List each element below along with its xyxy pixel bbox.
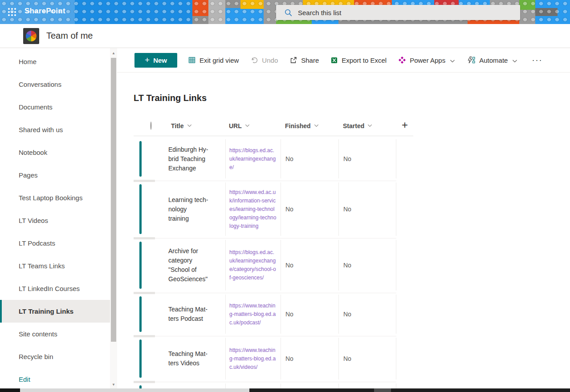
lego-brick [225,8,240,24]
row-select-cell[interactable] [134,182,168,236]
horizontal-scrollbar-thumb[interactable] [20,388,249,392]
started-cell[interactable]: No [338,338,396,380]
row-separator [134,178,396,182]
column-header-started[interactable]: Started [338,122,396,129]
sidebar-item-documents[interactable]: Documents [0,96,110,118]
finished-cell[interactable]: No [281,182,338,236]
sidebar-item-site-contents[interactable]: Site contents [0,323,110,345]
scroll-down-arrow-icon[interactable]: ▼ [110,381,117,388]
search-icon [284,8,293,17]
started-cell[interactable]: No [338,295,396,334]
url-cell[interactable]: https://blogs.ed.ac.uk/learningexchange/ [225,139,281,178]
power-apps-icon [398,56,406,64]
sidebar-item-shared-with-us[interactable]: Shared with us [0,118,110,141]
undo-button[interactable]: Undo [250,56,278,64]
automate-button[interactable]: Automate [467,56,517,64]
column-header-title[interactable]: Title [168,122,225,129]
row-select-cell[interactable] [134,139,168,178]
lego-brick [468,20,520,24]
url-cell[interactable]: https://www.teaching-matters-blog.ed.ac.… [225,295,281,334]
lego-brick [276,20,312,24]
lego-brick [192,0,208,16]
excel-icon [330,57,338,64]
started-cell[interactable]: No [338,182,396,236]
table-row[interactable]: Archive for category "School of GeoScien… [134,240,396,291]
lego-brick [535,8,558,16]
scrollbar-notch [374,388,391,392]
grid-rows: Edinburgh Hy- brid Teaching Exchange htt… [134,139,396,390]
url-cell[interactable]: https://www.teaching-matters-blog.ed.ac.… [225,338,281,380]
sidebar-item-lt-videos[interactable]: LT Videos [0,209,110,232]
table-row[interactable]: Learning tech- nology training https://w… [134,182,396,236]
column-header-url[interactable]: URL [225,122,281,129]
row-select-cell[interactable] [134,295,168,334]
table-row[interactable]: Teaching Mat- ters Videos https://www.te… [134,338,396,380]
column-header-finished[interactable]: Finished [281,122,338,129]
add-column-button[interactable]: + [402,119,408,131]
lego-brick [519,10,535,24]
sidebar-item-conversations[interactable]: Conversations [0,73,110,96]
sidebar-item-notebook[interactable]: Notebook [0,141,110,164]
started-cell[interactable]: No [338,139,396,178]
scrollbar-track [0,388,20,392]
started-cell[interactable]: No [338,240,396,291]
row-edit-indicator[interactable] [139,242,142,289]
horizontal-scrollbar [0,388,570,392]
row-separator [134,236,396,240]
search-input[interactable] [298,9,503,16]
title-cell[interactable]: Learning tech- nology training [168,182,225,236]
sidebar-item-lt-linkedin-courses[interactable]: LT LinkedIn Courses [0,277,110,300]
row-edit-indicator[interactable] [139,339,142,378]
table-row[interactable]: Edinburgh Hy- brid Teaching Exchange htt… [134,139,396,178]
finished-cell[interactable]: No [281,338,338,380]
lego-brick [434,0,459,5]
sidebar-item-test-laptop-bookings[interactable]: Test Laptop Bookings [0,186,110,209]
row-select-cell[interactable] [134,338,168,380]
chevron-down-icon [450,57,455,64]
suite-bar: SharePoint [0,0,570,24]
url-cell[interactable]: https://blogs.ed.ac.uk/learningexchange/… [225,240,281,291]
lego-brick [240,9,264,24]
title-cell[interactable]: Teaching Mat- ters Videos [168,338,225,380]
sidebar-item-recycle-bin[interactable]: Recycle bin [0,345,110,368]
row-edit-indicator[interactable] [139,184,142,234]
site-logo[interactable] [23,28,39,44]
row-select-cell[interactable] [134,240,168,291]
url-cell[interactable]: https://www.ed.ac.uk/information-service… [225,182,281,236]
new-button[interactable]: + New [134,53,177,68]
sidebar-item-lt-teams-links[interactable]: LT Teams Links [0,255,110,277]
scroll-up-arrow-icon[interactable]: ▲ [110,50,117,57]
row-edit-indicator[interactable] [139,141,142,177]
sidebar-item-lt-training-links[interactable]: LT Training Links [0,300,110,323]
finished-cell[interactable]: No [281,240,338,291]
table-row[interactable]: Teaching Mat- ters Podcast https://www.t… [134,295,396,334]
app-launcher-waffle-icon[interactable] [8,8,16,16]
lego-brick [312,20,338,24]
power-apps-button[interactable]: Power Apps [398,56,455,64]
site-title[interactable]: Team of me [46,31,93,41]
sidebar-item-lt-podcasts[interactable]: LT Podcasts [0,232,110,255]
finished-cell[interactable]: No [281,139,338,178]
sidebar-scrollbar: ▲ ▼ [110,48,117,388]
sidebar-item-pages[interactable]: Pages [0,164,110,186]
share-icon [289,56,297,64]
exit-grid-view-button[interactable]: Exit grid view [188,56,239,64]
sidebar-item-home[interactable]: Home [0,50,110,73]
title-cell[interactable]: Teaching Mat- ters Podcast [168,295,225,334]
more-commands-button[interactable]: ··· [532,56,542,65]
lego-brick [240,0,264,9]
chevron-down-icon [367,124,372,127]
sidebar-edit-link[interactable]: Edit [0,368,110,391]
row-edit-indicator[interactable] [139,296,142,332]
title-cell[interactable]: Archive for category "School of GeoScien… [168,240,225,291]
export-to-excel-button[interactable]: Export to Excel [330,57,387,64]
select-all-circle[interactable] [151,121,151,130]
command-bar: + New Exit grid view [117,48,570,73]
list-grid: Title URL Finished Started + [134,116,413,390]
search-box[interactable] [276,5,520,20]
title-cell[interactable]: Edinburgh Hy- brid Teaching Exchange [168,139,225,178]
sidebar-scrollbar-thumb[interactable] [111,58,116,342]
finished-cell[interactable]: No [281,295,338,334]
share-button[interactable]: Share [289,56,319,64]
lego-brick [192,16,208,24]
